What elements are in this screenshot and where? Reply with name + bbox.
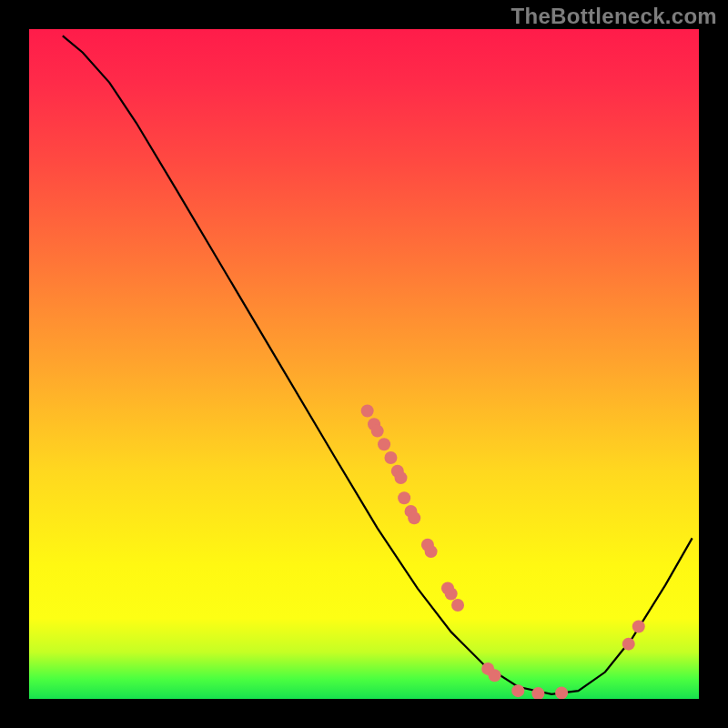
- attribution-text: TheBottleneck.com: [511, 4, 717, 29]
- chart-frame: TheBottleneck.com: [0, 0, 728, 728]
- scatter-point: [398, 491, 410, 504]
- plot-area: [29, 29, 699, 699]
- curve-overlay: [29, 29, 699, 699]
- scatter-point: [425, 545, 438, 558]
- scatter-point: [361, 405, 374, 418]
- scatter-point: [451, 599, 464, 612]
- scatter-point: [445, 587, 458, 600]
- bottleneck-curve: [63, 35, 693, 693]
- scatter-point: [371, 425, 384, 438]
- scatter-point: [555, 686, 568, 699]
- scatter-point: [489, 669, 501, 682]
- scatter-point: [531, 687, 544, 699]
- scatter-point: [378, 438, 390, 450]
- scatter-point: [632, 621, 645, 633]
- scatter-point: [408, 511, 420, 524]
- scatter-point: [622, 638, 635, 651]
- scatter-point: [384, 451, 397, 464]
- scatter-markers: [361, 405, 645, 699]
- scatter-point: [511, 684, 524, 697]
- scatter-point: [394, 471, 407, 484]
